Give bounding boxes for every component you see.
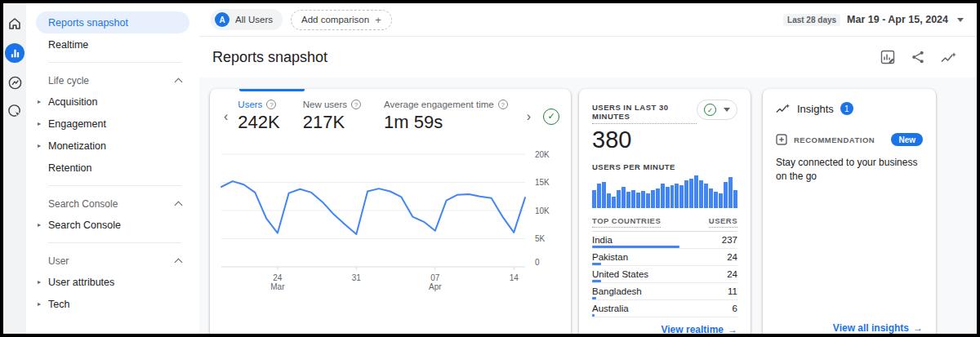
sidebar-section-search-console[interactable]: Search Console	[26, 194, 199, 214]
sidebar-item-label: Search Console	[48, 219, 121, 231]
caret-down-icon	[724, 108, 730, 112]
svg-text:15K: 15K	[535, 178, 550, 187]
users-line-chart: 05K10K15K20K24Mar3107Apr14	[220, 143, 561, 296]
chevron-up-icon[interactable]	[175, 259, 183, 267]
recommendation-icon	[776, 134, 787, 145]
users-over-time-chart: 05K10K15K20K24Mar3107Apr14	[220, 143, 561, 296]
expand-triangle-icon[interactable]: ▸	[38, 300, 41, 308]
users-per-minute-chart	[592, 175, 737, 208]
expand-triangle-icon[interactable]: ▸	[38, 221, 41, 228]
top-countries-header: TOP COUNTRIES USERS	[592, 216, 737, 232]
metric-tab-avg-engagement-time[interactable]: Average engagement time ? 1m 59s	[384, 100, 508, 133]
svg-text:Apr: Apr	[429, 282, 442, 291]
arrow-right-icon: →	[728, 324, 737, 335]
customize-report-icon[interactable]	[880, 50, 895, 64]
minute-bar	[626, 192, 630, 208]
country-users-value: 237	[722, 235, 737, 245]
country-value-bar	[592, 314, 595, 317]
add-comparison-label: Add comparison	[301, 15, 369, 24]
minute-bar	[679, 185, 684, 208]
insight-message[interactable]: Stay connected to your business on the g…	[776, 156, 923, 184]
metric-tab-users[interactable]: Users ? 242K	[238, 100, 279, 133]
minute-bar	[621, 187, 626, 208]
all-users-chip[interactable]: A All Users	[211, 9, 283, 30]
country-row: United States24	[592, 266, 737, 283]
minute-bar	[666, 187, 670, 208]
reports-icon[interactable]	[5, 43, 24, 63]
sidebar-item-retention[interactable]: Retention	[26, 157, 189, 179]
home-icon[interactable]	[6, 15, 24, 33]
minute-bar	[656, 188, 660, 208]
help-icon[interactable]: ?	[351, 100, 361, 109]
sidebar-item-label: Realtime	[48, 39, 88, 51]
sidebar-item-tech[interactable]: ▸ Tech	[26, 293, 189, 315]
sidebar-item-realtime[interactable]: Realtime	[26, 33, 189, 55]
sidebar-item-label: Retention	[48, 162, 92, 174]
expand-triangle-icon[interactable]: ▸	[38, 98, 41, 105]
country-row: India237	[592, 232, 737, 249]
sidebar-item-search-console[interactable]: ▸ Search Console	[26, 214, 189, 236]
sidebar-item-acquisition[interactable]: ▸ Acquisition	[26, 91, 189, 113]
metric-label: New users	[303, 100, 347, 109]
country-value-bar	[592, 246, 679, 248]
sidebar-item-monetization[interactable]: ▸ Monetization	[26, 135, 189, 157]
data-quality-check-icon[interactable]: ✓	[543, 109, 559, 125]
insights-count-badge: 1	[840, 102, 853, 115]
expand-triangle-icon[interactable]: ▸	[38, 142, 41, 149]
realtime-status-dropdown[interactable]: ✓	[697, 100, 737, 120]
realtime-card: USERS IN LAST 30 MINUTES ✓ 380 USERS PER…	[579, 89, 751, 337]
minute-bar	[733, 190, 737, 208]
chevron-up-icon[interactable]	[175, 78, 183, 86]
country-value-bar	[592, 263, 601, 265]
add-comparison-button[interactable]: Add comparison +	[291, 10, 392, 30]
sidebar-item-label: Tech	[48, 299, 69, 310]
help-icon[interactable]: ?	[498, 100, 508, 109]
svg-text:5K: 5K	[535, 234, 546, 243]
country-users-value: 11	[728, 286, 737, 296]
insights-icon[interactable]	[941, 51, 957, 64]
view-all-insights-link[interactable]: View all insights→	[776, 316, 923, 334]
svg-text:0: 0	[535, 258, 540, 267]
country-name: India	[592, 235, 612, 245]
svg-text:31: 31	[352, 273, 362, 282]
sidebar-item-reports-snapshot[interactable]: Reports snapshot	[36, 11, 189, 33]
divider	[48, 242, 181, 243]
date-range-picker[interactable]: Last 28 days Mar 19 - Apr 15, 2024	[783, 14, 964, 26]
carousel-prev-button[interactable]: ‹	[220, 110, 232, 123]
report-nav-sidebar: Reports snapshot Realtime Life cycle ▸ A…	[26, 3, 199, 334]
users-last-30-min-value: 380	[592, 126, 737, 153]
minute-bar	[597, 184, 601, 208]
sidebar-section-user[interactable]: User	[26, 251, 199, 271]
arrow-right-icon: →	[913, 322, 923, 334]
sidebar-item-engagement[interactable]: ▸ Engagement	[26, 113, 189, 135]
view-realtime-link[interactable]: View realtime→	[592, 317, 737, 335]
share-icon[interactable]	[911, 51, 924, 64]
sidebar-section-life-cycle[interactable]: Life cycle	[26, 71, 199, 91]
column-header-country: TOP COUNTRIES	[592, 216, 661, 228]
country-row: Bangladesh11	[592, 283, 737, 300]
chevron-up-icon[interactable]	[175, 202, 183, 210]
users-per-minute-label: USERS PER MINUTE	[592, 162, 737, 171]
column-header-users: USERS	[709, 216, 737, 228]
svg-text:20K: 20K	[535, 150, 550, 159]
page-header: Reports snapshot	[199, 37, 977, 78]
audience-chip-label: All Users	[235, 15, 273, 24]
cards-row: ‹ Users ? 242K New users ?	[199, 78, 977, 337]
metric-label: Users	[238, 100, 262, 109]
country-row: Australia6	[592, 300, 737, 317]
expand-triangle-icon[interactable]: ▸	[38, 120, 41, 127]
minute-bar	[612, 197, 616, 208]
help-icon[interactable]: ?	[266, 100, 276, 109]
advertising-icon[interactable]	[6, 102, 24, 120]
minute-bar	[699, 180, 703, 208]
country-users-value: 24	[727, 269, 737, 279]
metric-tab-new-users[interactable]: New users ? 217K	[303, 100, 361, 133]
sidebar-item-user-attributes[interactable]: ▸ User attributes	[26, 271, 189, 293]
carousel-next-button[interactable]: ›	[523, 110, 535, 123]
sidebar-item-label: Engagement	[48, 118, 106, 130]
explore-icon[interactable]	[6, 73, 24, 91]
expand-triangle-icon[interactable]: ▸	[38, 278, 41, 286]
plus-icon: +	[375, 14, 381, 26]
svg-text:14: 14	[510, 273, 519, 282]
country-users-value: 24	[727, 252, 737, 262]
